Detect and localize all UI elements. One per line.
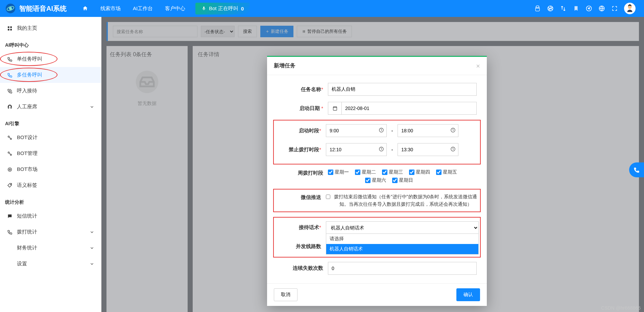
pause-icon [302,29,306,34]
chevron-down-icon [90,262,94,266]
forbid-time-from-input[interactable] [326,143,387,156]
brand: 智能语音AI系统 [5,3,67,14]
globe-icon[interactable] [598,5,605,12]
headset-icon [7,104,13,110]
sidebar-semantic-tag[interactable]: 语义标签 [0,177,101,193]
nav-ai-workbench[interactable]: AI工作台 [127,3,158,15]
sidebar-inbound[interactable]: 呼入接待 [0,83,101,99]
script-dropdown: 请选择 机器人自销话术 [326,233,479,254]
sidebar-label: 呼入接待 [17,88,37,94]
sidebar-label: 语义标签 [17,182,37,188]
script-option-1[interactable]: 机器人自销话术 [326,244,478,254]
bot-calling-indicator[interactable]: Bot 正在呼叫 0 [195,3,250,15]
row-forbid-time: 禁止拨打时段* - [275,142,479,157]
task-status-select[interactable]: -任务状态- [201,26,235,37]
sidebar-bot-manage[interactable]: BOT管理 [0,146,101,161]
sidebar-label: 设置 [17,261,27,267]
modal-header: 新增任务 × [267,57,487,75]
row-start-date: 启动日期 * [277,101,477,116]
tag-icon [7,182,13,188]
compass-icon[interactable] [586,5,592,12]
sidebar: 我的主页 AI呼叫中心 单任务呼叫 多任务呼叫 呼入接待 人工座席 AI引擎 B… [0,17,101,312]
svg-point-23 [136,71,159,93]
checkbox-sun[interactable]: 星期日 [392,177,413,183]
user-avatar[interactable] [624,3,636,14]
sidebar-sms-stats[interactable]: 短信统计 [0,208,101,224]
nav-customer-center[interactable]: 客户中心 [160,3,191,15]
nav-home[interactable] [77,3,94,14]
checkbox-mon[interactable]: 星期一 [328,169,349,175]
script-select[interactable]: 机器人自销话术 [326,221,479,234]
close-icon[interactable]: × [476,63,480,69]
svg-point-2 [9,7,12,10]
modal-footer: 取消 确认 [267,283,487,306]
new-task-modal: 新增任务 × 任务名称* 启动日期 * 启动时段* [267,56,487,306]
phone-multi-icon [7,72,13,78]
checkbox-wed[interactable]: 星期三 [382,169,403,175]
start-date-input[interactable] [341,102,477,115]
cancel-button[interactable]: 取消 [274,288,297,301]
forbid-time-to-input[interactable] [398,143,458,156]
search-task-input[interactable] [113,26,197,37]
fullscreen-icon[interactable] [611,5,618,12]
sidebar-label: 财务统计 [17,245,37,251]
svg-rect-21 [303,30,304,33]
dash-separator: - [390,147,394,152]
svg-rect-11 [10,26,12,28]
search-button[interactable]: 搜索 [238,26,257,37]
sidebar-single-task-call[interactable]: 单任务呼叫 [0,51,101,67]
svg-rect-22 [304,30,305,33]
start-time-from-input[interactable] [326,124,387,137]
checkbox-fri[interactable]: 星期五 [436,169,457,175]
empty-state: 暂无数据 [110,68,184,107]
watermark: CSDN @hr668866 [601,305,641,311]
svg-point-20 [10,184,11,185]
checkbox-sat[interactable]: 星期六 [365,177,386,183]
svg-point-19 [9,169,10,170]
toolbar: -任务状态- 搜索 新建任务 暂停自己的所有任务 [106,22,639,41]
dash-separator: - [390,128,394,133]
sidebar-my-home[interactable]: 我的主页 [0,20,101,36]
aperture-icon[interactable] [547,5,554,12]
sidebar-label: 单任务呼叫 [17,56,42,62]
sidebar-multi-task-call[interactable]: 多任务呼叫 [0,67,101,83]
transfer-icon[interactable] [560,5,567,12]
bot-calling-label: Bot 正在呼叫 [209,5,238,12]
bookmark-icon[interactable] [573,5,579,12]
script-option-placeholder[interactable]: 请选择 [326,234,478,244]
wechat-push-desc: 拨打结束后微信通知（任务"进行中"的数据为0条时，系统发送微信通知。当再次往任务… [332,193,479,208]
chevron-down-icon [90,230,94,235]
phone-icon [633,166,640,173]
fail-count-input[interactable] [328,262,477,275]
sidebar-bot-design[interactable]: BOT设计 [0,130,101,146]
checkbox-tue[interactable]: 星期二 [355,169,376,175]
chat-icon [7,213,13,219]
sidebar-settings[interactable]: 设置 [0,256,101,272]
top-header: 智能语音AI系统 线索市场 AI工作台 客户中心 Bot 正在呼叫 0 [0,0,644,17]
svg-rect-13 [10,29,12,30]
wechat-push-checkbox[interactable] [326,195,330,199]
pause-all-button[interactable]: 暂停自己的所有任务 [297,26,352,37]
sidebar-label: 短信统计 [17,213,37,219]
phone-out-icon [7,56,13,62]
chevron-down-icon [90,246,94,250]
new-task-button[interactable]: 新建任务 [260,26,293,37]
floating-call-button[interactable] [629,162,644,177]
task-name-input[interactable] [328,83,477,96]
sidebar-manual-seat[interactable]: 人工座席 [0,99,101,115]
sidebar-dial-stats[interactable]: 拨打统计 [0,224,101,240]
checkbox-thu[interactable]: 星期四 [409,169,430,175]
svg-point-18 [8,168,12,171]
target-icon [7,166,13,173]
confirm-button[interactable]: 确认 [456,288,480,301]
nav-leads-market[interactable]: 线索市场 [95,3,126,15]
sidebar-label: BOT管理 [17,150,38,157]
row-fail-count: 连续失败次数 [277,261,477,276]
task-list-title: 任务列表 0条任务 [110,51,184,58]
android-icon[interactable] [534,5,541,12]
sidebar-finance-stats[interactable]: 财务统计 [0,240,101,256]
bot-calling-count: 0 [241,6,244,12]
brand-title: 智能语音AI系统 [19,4,67,13]
start-time-to-input[interactable] [398,124,458,137]
sidebar-bot-market[interactable]: BOT市场 [0,161,101,177]
